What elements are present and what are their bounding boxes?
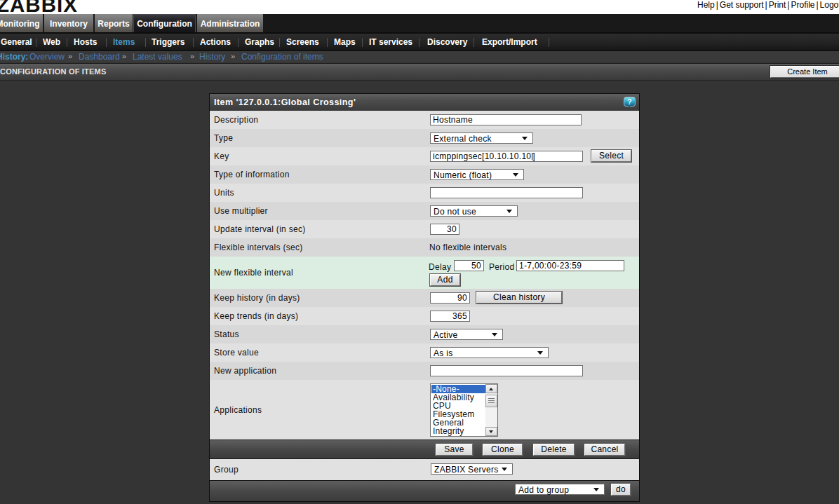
svg-text:?: ? — [627, 97, 632, 106]
